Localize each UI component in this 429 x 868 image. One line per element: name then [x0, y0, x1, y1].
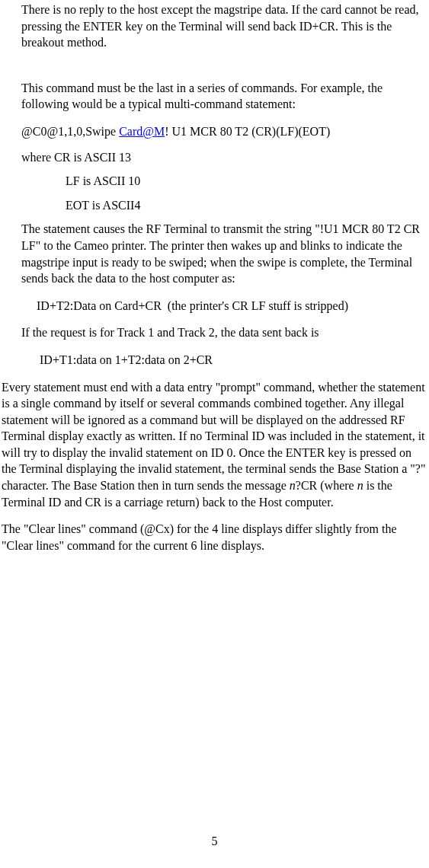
prompt-text-b: ?CR (where: [296, 479, 357, 492]
paragraph-command-intro: This command must be the last in a serie…: [21, 80, 421, 113]
result-format-1: ID+T2:Data on Card+CR (the printer's CR …: [21, 298, 421, 314]
paragraph-prompt-command: Every statement must end with a data ent…: [2, 379, 427, 511]
result-format-2: ID+T1:data on 1+T2:data on 2+CR: [40, 352, 429, 369]
command-example: @C0@1,1,0,Swipe Card@M! U1 MCR 80 T2 (CR…: [21, 123, 421, 140]
prompt-text-a: Every statement must end with a data ent…: [2, 381, 425, 493]
italic-n-1: n: [290, 479, 296, 492]
paragraph-statement-causes: The statement causes the RF Terminal to …: [21, 221, 421, 286]
ascii-cr-def: where CR is ASCII 13: [21, 149, 421, 166]
ascii-lf-def: LF is ASCII 10: [66, 173, 429, 190]
paragraph-clear-lines: The "Clear lines" command (@Cx) for the …: [2, 521, 427, 554]
command-link[interactable]: Card@M: [119, 125, 165, 138]
command-suffix: ! U1 MCR 80 T2 (CR)(LF)(EOT): [165, 125, 330, 138]
italic-n-2: n: [357, 479, 363, 492]
paragraph-track-request: If the request is for Track 1 and Track …: [21, 324, 421, 341]
command-prefix: @C0@1,1,0,Swipe: [21, 125, 119, 138]
ascii-eot-def: EOT is ASCII4: [66, 197, 429, 214]
page-number: 5: [0, 833, 429, 850]
paragraph-reply-info: There is no reply to the host except the…: [21, 2, 421, 51]
